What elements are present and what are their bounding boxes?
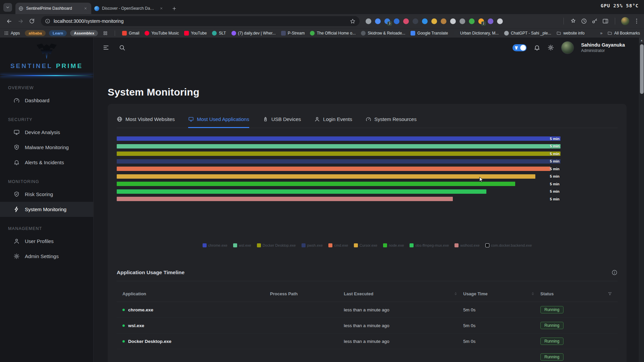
legend-item-node-exe[interactable]: node.exe bbox=[383, 243, 404, 247]
sidebar-item-user-profiles[interactable]: User Profiles bbox=[0, 234, 93, 249]
table-row[interactable]: Docker Desktop.exeless than a minute ago… bbox=[117, 334, 618, 349]
column-header-usage-time[interactable]: Usage Time bbox=[463, 291, 540, 296]
tab-list-chevron-button[interactable] bbox=[3, 3, 12, 12]
chart-bar-chrome-exe[interactable] bbox=[117, 136, 560, 141]
extension-6-icon[interactable] bbox=[413, 18, 418, 24]
chart-bar-wslhost-exe[interactable] bbox=[117, 197, 453, 201]
tab-close-icon[interactable] bbox=[158, 6, 164, 11]
reload-button[interactable] bbox=[27, 16, 37, 26]
sidebar-collapse-icon[interactable] bbox=[103, 44, 109, 51]
site-info-icon[interactable] bbox=[45, 18, 50, 24]
scrollbar-thumb[interactable] bbox=[640, 44, 644, 94]
chart-bar-node-exe[interactable] bbox=[117, 182, 515, 186]
sidebar-item-alerts-incidents[interactable]: Alerts & Incidents bbox=[0, 155, 93, 170]
tab-close-icon[interactable] bbox=[83, 6, 88, 11]
extension-3-icon[interactable]: 3 bbox=[384, 18, 390, 24]
legend-item-pwsh-exe[interactable]: pwsh.exe bbox=[302, 243, 323, 247]
tab-most-visited-websites[interactable]: Most Visited Websites bbox=[117, 116, 175, 128]
scrollbar-up-arrow[interactable]: ▲ bbox=[639, 38, 644, 43]
url-text[interactable]: localhost:3000/system-monitoring bbox=[54, 18, 346, 24]
extension-14-icon[interactable] bbox=[488, 18, 493, 24]
column-header-last-executed[interactable]: Last Executed bbox=[344, 291, 463, 296]
bookmark-star-icon[interactable] bbox=[350, 18, 356, 24]
chart-bar-docker-desktop-exe[interactable] bbox=[117, 152, 560, 156]
tab-system-resources[interactable]: System Resources bbox=[366, 116, 417, 128]
chart-bar-pwsh-exe[interactable] bbox=[117, 159, 560, 164]
all-bookmarks[interactable]: All Bookmarks bbox=[607, 31, 640, 36]
grid-icon[interactable] bbox=[103, 31, 108, 36]
extension-7-icon[interactable] bbox=[422, 18, 428, 24]
chart-bar-wsl-exe[interactable] bbox=[117, 144, 560, 148]
user-avatar[interactable] bbox=[561, 41, 574, 54]
sidebar-item-system-monitoring[interactable]: System Monitoring bbox=[0, 202, 93, 217]
extension-5-icon[interactable] bbox=[403, 18, 409, 24]
sidebar-item-admin-settings[interactable]: Admin Settings bbox=[0, 249, 93, 264]
sidebar-item-dashboard[interactable]: Dashboard bbox=[0, 93, 93, 108]
extension-4-icon[interactable] bbox=[394, 18, 399, 24]
page-scrollbar[interactable]: ▲ bbox=[639, 38, 644, 362]
bookmark-youtube[interactable]: YouTube bbox=[184, 31, 207, 36]
theme-toggle[interactable] bbox=[513, 44, 527, 51]
bookmark-p-stream[interactable]: P-Stream bbox=[281, 31, 305, 36]
legend-item-wslhost-exe[interactable]: wslhost.exe bbox=[454, 243, 479, 247]
bookmark-chatgpt-sahi-ple[interactable]: ChatGPT - Sahi _ple... bbox=[504, 31, 551, 36]
info-icon[interactable] bbox=[611, 269, 618, 276]
bookmark-youtube-music[interactable]: YouTube Music bbox=[145, 31, 179, 36]
bookmark-slt[interactable]: SLT bbox=[212, 31, 226, 36]
extension-12-icon[interactable] bbox=[469, 18, 475, 24]
extension-13-icon[interactable]: 2 bbox=[478, 18, 484, 24]
tab-most-used-applications[interactable]: Most Used Applications bbox=[188, 116, 249, 128]
bookmark-pill-alibaba[interactable]: alibaba bbox=[25, 30, 46, 36]
legend-item-cmd-exe[interactable]: cmd.exe bbox=[328, 243, 348, 247]
bookmark-7-daily-dev-wher[interactable]: (7) daily.dev | Wher... bbox=[231, 31, 276, 36]
extension-9-icon[interactable] bbox=[441, 18, 446, 24]
tab-login-events[interactable]: Login Events bbox=[314, 116, 352, 128]
legend-item-obs-ffmpeg-mux-exe[interactable]: obs-ffmpeg-mux.exe bbox=[410, 243, 449, 247]
legend-item-chrome-exe[interactable]: chrome.exe bbox=[203, 243, 227, 247]
browser-tab-inactive[interactable]: Discover - OpenSearch Dashbo bbox=[91, 3, 167, 14]
table-row[interactable]: wsl.exeless than a minute ago5m 0sRunnin… bbox=[117, 318, 618, 334]
new-tab-button[interactable] bbox=[170, 4, 178, 13]
extension-8-icon[interactable] bbox=[431, 18, 437, 24]
column-header-status[interactable]: Status bbox=[540, 291, 618, 296]
extension-10-icon[interactable] bbox=[450, 18, 456, 24]
history-clock-icon[interactable] bbox=[581, 18, 587, 24]
search-icon[interactable] bbox=[119, 44, 125, 51]
bookmark-website-info[interactable]: website info bbox=[556, 31, 584, 36]
chart-bar-cursor-exe[interactable] bbox=[117, 174, 535, 179]
legend-item-wsl-exe[interactable]: wsl.exe bbox=[233, 243, 251, 247]
extension-15-icon[interactable] bbox=[497, 18, 503, 24]
chart-bar-cmd-exe[interactable] bbox=[117, 167, 550, 171]
sidebar-item-malware-monitoring[interactable]: Malware Monitoring bbox=[0, 140, 93, 155]
extension-11-icon[interactable] bbox=[460, 18, 465, 24]
back-button[interactable] bbox=[4, 16, 14, 26]
extension-1-icon[interactable] bbox=[366, 18, 371, 24]
reading-list-star-icon[interactable] bbox=[570, 18, 577, 24]
extension-2-icon[interactable] bbox=[375, 18, 381, 24]
password-key-icon[interactable] bbox=[591, 18, 598, 24]
browser-tab-active[interactable]: SentinelPrime Dashboard bbox=[15, 3, 91, 14]
apps-shortcut[interactable]: Apps bbox=[4, 31, 20, 36]
legend-item-cursor-exe[interactable]: Cursor.exe bbox=[354, 243, 377, 247]
forward-button[interactable] bbox=[15, 16, 25, 26]
chart-bar-obs-ffmpeg-mux-exe[interactable] bbox=[117, 189, 486, 194]
browser-profile-avatar[interactable] bbox=[621, 17, 629, 25]
bookmark-google-translate[interactable]: Google Translate bbox=[411, 31, 448, 36]
bookmark-pill-learn[interactable]: Learn bbox=[49, 30, 67, 36]
kebab-menu-icon[interactable] bbox=[633, 18, 640, 24]
bookmark-pill-assemblex[interactable]: Assemblex bbox=[70, 30, 98, 36]
side-panel-icon[interactable] bbox=[602, 18, 609, 24]
bookmark-skidrow-reloade[interactable]: Skidrow & Reloade... bbox=[361, 31, 405, 36]
bookmarks-overflow-chevron[interactable]: » bbox=[600, 31, 602, 36]
legend-item-com-docker-backend-exe[interactable]: com.docker.backend.exe bbox=[485, 243, 532, 247]
table-row-partial[interactable]: Running bbox=[117, 349, 618, 362]
legend-item-docker-desktop-exe[interactable]: Docker Desktop.exe bbox=[257, 243, 296, 247]
sidebar-item-risk-scoring[interactable]: Risk Scoring bbox=[0, 187, 93, 202]
user-info[interactable]: Sahindu Gayanuka Administrator bbox=[581, 42, 625, 53]
table-row[interactable]: chrome.exeless than a minute ago5m 0sRun… bbox=[117, 302, 618, 318]
bookmark-urban-dictionary-m[interactable]: Urban Dictionary, M... bbox=[453, 31, 499, 36]
sidebar-item-device-analysis[interactable]: Device Analysis bbox=[0, 125, 93, 140]
bookmark-the-official-home-o[interactable]: The Official Home o... bbox=[310, 31, 356, 36]
bookmark-gmail[interactable]: Gmail bbox=[122, 31, 139, 36]
settings-gear-icon[interactable] bbox=[547, 44, 554, 51]
